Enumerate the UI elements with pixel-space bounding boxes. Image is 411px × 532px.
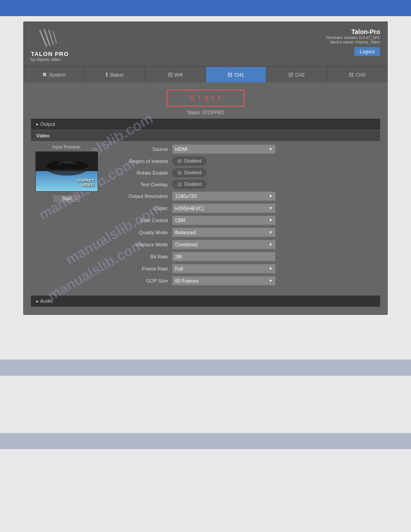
firmware-label: Firmware version: 0.0.47_SP1 bbox=[326, 35, 380, 40]
textoverlay-label: Text Overlay bbox=[110, 182, 172, 187]
bitrate-input[interactable] bbox=[172, 252, 275, 261]
content-area: manualslib.com manualslib.com manualslib… bbox=[24, 82, 387, 314]
codec-control: H265(HEVC) H264 MPEG2 bbox=[172, 204, 380, 213]
ch3-icon: ⊟ bbox=[349, 71, 354, 78]
textoverlay-toggle[interactable]: Disabled bbox=[172, 180, 206, 189]
nav-item-wifi[interactable]: ⊟ Wifi bbox=[145, 67, 206, 82]
nav-label-system: System bbox=[49, 72, 65, 77]
preview-label: Input Preview: bbox=[52, 145, 81, 150]
preview-overlay-text: OSPREYVIDEO bbox=[77, 179, 94, 188]
preview-start-button[interactable]: Start bbox=[52, 194, 81, 203]
qualitymode-control: Balanced High Low bbox=[172, 228, 380, 237]
ratecontrol-row: Rate Control CBR VBR bbox=[110, 216, 380, 225]
qualitymode-select[interactable]: Balanced High Low bbox=[172, 228, 275, 237]
bitrate-control bbox=[172, 252, 380, 261]
ch1-icon: ⊟ bbox=[227, 71, 232, 78]
nav-label-ch3: CH3 bbox=[355, 72, 365, 77]
interlacemode-row: Interlace Mode Combined Progressive Inte… bbox=[110, 240, 380, 249]
gopsize-row: GOP Size 60 Frames 30 Frames 15 Frames bbox=[110, 276, 380, 285]
gopsize-select[interactable]: 60 Frames 30 Frames 15 Frames bbox=[172, 276, 275, 285]
textoverlay-toggle-dot bbox=[177, 182, 182, 187]
ratecontrol-control: CBR VBR bbox=[172, 216, 380, 225]
resolution-control: 1280x720 1920x1080 720x480 bbox=[172, 192, 380, 201]
form-area: Input Preview: OSPREYVIDEO Start bbox=[31, 145, 380, 288]
nav-item-ch2[interactable]: ⊟ CH2 bbox=[266, 67, 327, 82]
nav-item-ch3[interactable]: ⊟ CH3 bbox=[327, 67, 388, 82]
start-btn-wrapper: S t a r t bbox=[31, 90, 380, 107]
roi-row: Region of Interest Disabled bbox=[110, 157, 380, 165]
svg-line-2 bbox=[49, 30, 53, 44]
source-label: Source bbox=[110, 146, 172, 152]
qualitymode-row: Quality Mode Balanced High Low bbox=[110, 228, 380, 237]
qualitymode-label: Quality Mode bbox=[110, 230, 172, 235]
start-button[interactable]: S t a r t bbox=[167, 90, 244, 107]
source-row: Source HDMI SDI Composite bbox=[110, 145, 380, 154]
bottom-bar-1 bbox=[0, 360, 411, 376]
codec-select[interactable]: H265(HEVC) H264 MPEG2 bbox=[172, 204, 275, 213]
framerate-control: Full Half 1/4 bbox=[172, 264, 380, 273]
ratecontrol-select[interactable]: CBR VBR bbox=[172, 216, 275, 225]
video-section-bar[interactable]: Video bbox=[31, 130, 380, 141]
source-control: HDMI SDI Composite bbox=[172, 145, 380, 154]
framerate-row: Frame Rate Full Half 1/4 bbox=[110, 264, 380, 273]
preview-col: Input Preview: OSPREYVIDEO Start bbox=[31, 145, 103, 288]
audio-section-bar[interactable]: ▸ Audio bbox=[31, 296, 380, 307]
system-icon: ✖ bbox=[42, 71, 47, 78]
fields-col: Source HDMI SDI Composite bbox=[110, 145, 380, 288]
logo-graphic bbox=[31, 28, 67, 50]
nav-label-ch2: CH2 bbox=[295, 72, 305, 77]
status-label: Status: STOPPED bbox=[31, 110, 380, 115]
nav-label-wifi: Wifi bbox=[175, 72, 183, 77]
svg-line-3 bbox=[53, 31, 56, 43]
logo-text: TALON PRO bbox=[31, 51, 69, 57]
roi-toggle-dot bbox=[177, 159, 182, 163]
roi-toggle-label: Disabled bbox=[184, 159, 201, 163]
textoverlay-row: Text Overlay Disabled bbox=[110, 180, 380, 189]
interlacemode-control: Combined Progressive Interlaced bbox=[172, 240, 380, 249]
preview-image: OSPREYVIDEO bbox=[35, 151, 98, 192]
roi-control: Disabled bbox=[172, 157, 380, 165]
codec-label: Codec bbox=[110, 206, 172, 211]
device-name: Talon-Pro bbox=[326, 28, 380, 35]
rotate-toggle[interactable]: Disabled bbox=[172, 168, 206, 177]
codec-row: Codec H265(HEVC) H264 MPEG2 bbox=[110, 204, 380, 213]
textoverlay-control: Disabled bbox=[172, 180, 380, 189]
device-info: Talon-Pro Firmware version: 0.0.47_SP1 d… bbox=[326, 28, 380, 56]
nav-label-status: Status bbox=[110, 72, 124, 77]
gopsize-label: GOP Size bbox=[110, 278, 172, 283]
nav-item-status[interactable]: ℹ Status bbox=[85, 67, 146, 82]
rotate-label: Rotate Enable bbox=[110, 170, 172, 176]
ch2-icon: ⊟ bbox=[288, 71, 293, 78]
interlacemode-label: Interlace Mode bbox=[110, 242, 172, 247]
nav-item-ch1[interactable]: ⊟ CH1 bbox=[206, 67, 267, 82]
textoverlay-toggle-label: Disabled bbox=[184, 182, 201, 187]
wifi-icon: ⊟ bbox=[168, 71, 173, 78]
bitrate-label: Bit Rate bbox=[110, 254, 172, 259]
top-bar bbox=[0, 0, 411, 16]
panel-header: TALON PRO by Osprey Video Talon-Pro Firm… bbox=[24, 22, 387, 66]
framerate-label: Frame Rate bbox=[110, 266, 172, 271]
roi-toggle[interactable]: Disabled bbox=[172, 157, 206, 165]
device-label: device name: Osprey_Talon bbox=[326, 40, 380, 44]
rotate-toggle-label: Disabled bbox=[184, 170, 201, 175]
status-icon: ℹ bbox=[106, 71, 108, 78]
gopsize-control: 60 Frames 30 Frames 15 Frames bbox=[172, 276, 380, 285]
nav-bar: ✖ System ℹ Status ⊟ Wifi ⊟ CH1 ⊟ CH2 ⊟ C… bbox=[24, 66, 387, 82]
resolution-select[interactable]: 1280x720 1920x1080 720x480 bbox=[172, 192, 275, 201]
resolution-row: Output Resolution 1280x720 1920x1080 720… bbox=[110, 192, 380, 201]
logo-area: TALON PRO by Osprey Video bbox=[31, 28, 69, 62]
roi-label: Region of Interest bbox=[110, 159, 172, 164]
main-panel: TALON PRO by Osprey Video Talon-Pro Firm… bbox=[23, 21, 388, 315]
bottom-bar-2 bbox=[0, 433, 411, 449]
preview-bird bbox=[40, 155, 94, 180]
interlacemode-select[interactable]: Combined Progressive Interlaced bbox=[172, 240, 275, 249]
framerate-select[interactable]: Full Half 1/4 bbox=[172, 264, 275, 273]
logout-button[interactable]: Logout bbox=[354, 47, 380, 56]
rotate-toggle-dot bbox=[177, 171, 182, 175]
nav-item-system[interactable]: ✖ System bbox=[24, 67, 85, 82]
source-select[interactable]: HDMI SDI Composite bbox=[172, 145, 275, 154]
rotate-row: Rotate Enable Disabled bbox=[110, 168, 380, 177]
ratecontrol-label: Rate Control bbox=[110, 218, 172, 223]
resolution-label: Output Resolution bbox=[110, 193, 172, 199]
output-section-bar[interactable]: ▸ Output bbox=[31, 119, 380, 130]
